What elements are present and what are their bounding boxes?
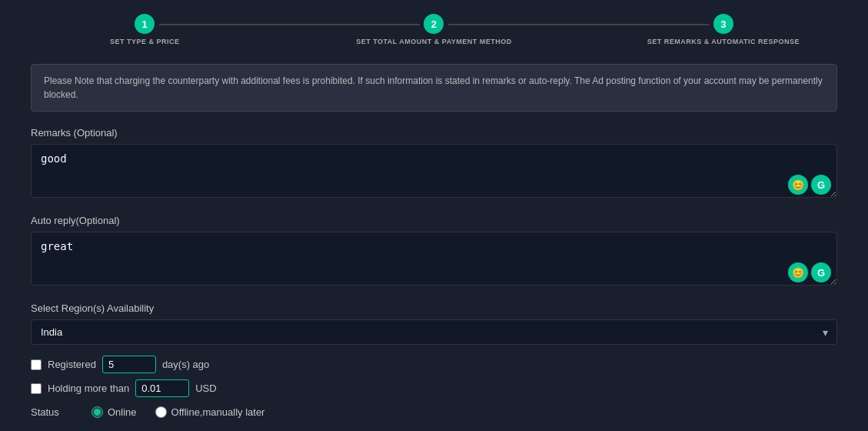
region-select-wrapper: India Global	[31, 319, 837, 345]
registered-checkbox[interactable]	[31, 359, 42, 370]
step-3-label: SET REMARKS & AUTOMATIC RESPONSE	[647, 38, 800, 45]
status-offline-label: Offline,manually later	[171, 406, 265, 418]
auto-reply-group: Auto reply(Optional) great 😊 G	[31, 215, 837, 289]
auto-reply-textarea[interactable]: great	[31, 232, 837, 286]
step-1-circle: 1	[135, 14, 155, 34]
holding-currency: USD	[195, 383, 216, 394]
step-3-circle: 3	[713, 14, 733, 34]
auto-reply-g-icon[interactable]: G	[811, 262, 831, 282]
registered-suffix: day(s) ago	[162, 359, 209, 370]
step-1-label: SET TYPE & PRICE	[110, 38, 180, 45]
holding-label: Holding more than	[48, 383, 129, 394]
registered-days-input[interactable]	[102, 356, 156, 373]
region-section: Select Region(s) Availability India Glob…	[31, 302, 837, 345]
step-2-circle: 2	[424, 14, 444, 34]
region-select[interactable]: India Global	[31, 319, 837, 345]
status-row: Status Online Offline,manually later	[31, 406, 837, 418]
registered-filter-row: Registered day(s) ago	[31, 356, 837, 373]
auto-reply-icons: 😊 G	[788, 262, 831, 282]
auto-reply-emoji-icon[interactable]: 😊	[788, 262, 808, 282]
holding-checkbox[interactable]	[31, 383, 42, 394]
holding-filter-row: Holding more than USD	[31, 379, 837, 397]
region-label: Select Region(s) Availability	[31, 302, 837, 314]
step-2: 2 SET TOTAL AMOUNT & PAYMENT METHOD	[289, 14, 578, 45]
auto-reply-wrapper: great 😊 G	[31, 232, 837, 289]
step-1: 1 SET TYPE & PRICE	[0, 14, 289, 45]
status-offline-option[interactable]: Offline,manually later	[155, 406, 265, 418]
remarks-label: Remarks (Optional)	[31, 127, 837, 139]
registered-label: Registered	[48, 359, 96, 370]
remarks-group: Remarks (Optional) good 😊 G	[31, 127, 837, 201]
status-online-label: Online	[108, 406, 137, 418]
status-online-option[interactable]: Online	[91, 406, 137, 418]
notice-text: Please Note that charging the counterpar…	[44, 75, 823, 100]
remarks-emoji-icon[interactable]: 😊	[788, 175, 808, 195]
remarks-textarea[interactable]: good	[31, 144, 837, 198]
remarks-wrapper: good 😊 G	[31, 144, 837, 201]
status-online-radio[interactable]	[91, 406, 103, 418]
remarks-icons: 😊 G	[788, 175, 831, 195]
status-offline-radio[interactable]	[155, 406, 167, 418]
status-label: Status	[31, 406, 73, 418]
holding-amount-input[interactable]	[135, 379, 189, 397]
notice-box: Please Note that charging the counterpar…	[31, 64, 837, 112]
main-content: Please Note that charging the counterpar…	[0, 53, 868, 431]
step-2-label: SET TOTAL AMOUNT & PAYMENT METHOD	[356, 38, 512, 45]
step-3: 3 SET REMARKS & AUTOMATIC RESPONSE	[579, 14, 868, 45]
auto-reply-label: Auto reply(Optional)	[31, 215, 837, 226]
remarks-g-icon[interactable]: G	[811, 175, 831, 195]
stepper: 1 SET TYPE & PRICE 2 SET TOTAL AMOUNT & …	[0, 0, 868, 53]
